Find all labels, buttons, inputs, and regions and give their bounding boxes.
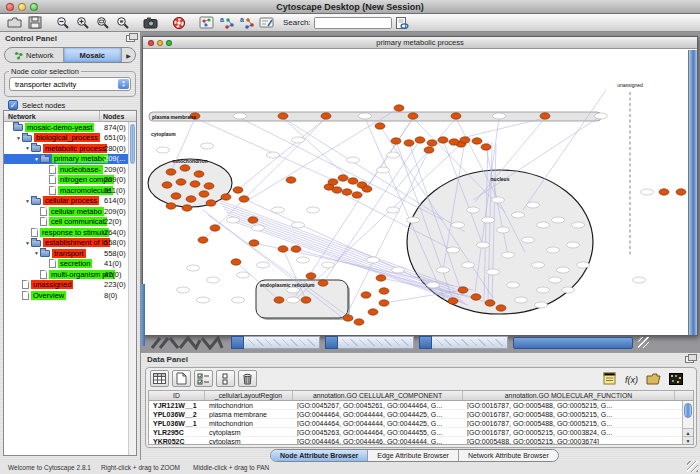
network-node-selected-color[interactable]	[460, 137, 470, 143]
network-node[interactable]	[367, 257, 380, 263]
network-node[interactable]	[187, 265, 200, 271]
network-node-selected-color[interactable]	[321, 113, 331, 119]
tree-row[interactable]: nitrogen compo209(0)	[4, 175, 128, 186]
table-scrollbar-thumb[interactable]	[684, 403, 692, 418]
network-node-selected-color[interactable]	[481, 144, 491, 150]
network-node[interactable]	[377, 167, 390, 173]
network-node-selected-color[interactable]	[391, 138, 401, 144]
scroll-down-icon[interactable]: ▼	[683, 436, 693, 444]
network-node[interactable]	[567, 242, 580, 248]
table-row[interactable]: YPL036W__1mitochondrion[GO:0044464, GO:0…	[149, 419, 693, 428]
network-node[interactable]	[232, 297, 245, 303]
network-node-selected-color[interactable]	[301, 297, 311, 303]
network-node[interactable]	[267, 152, 280, 158]
network-node-selected-color[interactable]	[180, 165, 190, 171]
network-node-selected-color[interactable]	[448, 298, 458, 304]
network-node[interactable]	[497, 227, 510, 233]
network-node[interactable]	[515, 297, 528, 303]
close-button[interactable]	[6, 3, 14, 11]
tree-row[interactable]: multi-organism pro42(0)	[4, 269, 128, 280]
network-node[interactable]	[307, 207, 320, 213]
table-row[interactable]: YPL036W__2plasma membrane[GO:0044464, GO…	[149, 410, 693, 419]
network-view-titlebar[interactable]: primary metabolic process	[143, 37, 697, 49]
minimized-window-bar[interactable]	[231, 336, 320, 349]
network-node-selected-color[interactable]	[249, 240, 259, 246]
view-minimize-button[interactable]	[157, 40, 163, 46]
network-canvas[interactable]: plasma membranecytoplasmmitochondrionnuc…	[143, 50, 688, 335]
network-node-selected-color[interactable]	[343, 315, 353, 321]
network-node-selected-color[interactable]	[186, 196, 196, 202]
tree-expander-icon[interactable]: ▼	[33, 250, 40, 256]
network-node[interactable]	[452, 222, 465, 228]
node-attribute-map-icon-2[interactable]: a	[237, 15, 256, 31]
network-node[interactable]	[207, 277, 220, 283]
tree-expander-icon[interactable]: ▼	[33, 156, 40, 162]
network-node-selected-color[interactable]	[375, 123, 385, 129]
zoom-out-icon[interactable]	[53, 15, 72, 31]
network-node-selected-color[interactable]	[471, 294, 481, 300]
network-node[interactable]	[535, 302, 548, 308]
network-node-selected-color[interactable]	[190, 181, 200, 187]
network-node-selected-color[interactable]	[659, 189, 669, 195]
tree-row[interactable]: ▼transport558(0)	[4, 248, 128, 259]
network-node[interactable]	[482, 217, 495, 223]
zoom-button[interactable]	[30, 3, 38, 11]
network-node[interactable]	[287, 297, 300, 303]
float-panel-icon[interactable]	[126, 35, 135, 42]
help-icon[interactable]	[169, 15, 188, 31]
tree-row[interactable]: ▼establishment of lo558(0)	[4, 238, 128, 249]
network-node-selected-color[interactable]	[194, 171, 204, 177]
tree-row[interactable]: ▼primary metabo209(...	[4, 154, 128, 165]
tree-row[interactable]: cellular metabo209(0)	[4, 206, 128, 217]
combo-stepper-icon[interactable]: ▲▼	[118, 79, 129, 89]
vizmapper-edit-icon[interactable]	[257, 15, 276, 31]
tree-row[interactable]: response to stimulu264(0)	[4, 227, 128, 238]
network-node[interactable]	[557, 267, 570, 273]
network-node-selected-color[interactable]	[427, 140, 437, 146]
network-node-selected-color[interactable]	[449, 139, 459, 145]
network-node-selected-color[interactable]	[361, 292, 371, 298]
tree-row[interactable]: ▼biological_process651(0)	[4, 133, 128, 144]
formula-builder-icon[interactable]: f(x)	[623, 371, 640, 386]
network-node-selected-color[interactable]	[424, 147, 434, 153]
network-node-selected-color[interactable]	[278, 246, 288, 252]
network-node-selected-color[interactable]	[198, 237, 208, 243]
network-node-selected-color[interactable]	[291, 246, 301, 252]
open-session-icon[interactable]	[5, 15, 24, 31]
network-node[interactable]	[552, 217, 565, 223]
tree-row[interactable]: mosaic-demo-yeast874(0)	[4, 122, 128, 133]
tree-column-network[interactable]: Network	[4, 111, 100, 121]
network-node-selected-color[interactable]	[379, 288, 389, 294]
network-node-selected-color[interactable]	[248, 217, 258, 223]
network-node-selected-color[interactable]	[166, 169, 176, 175]
network-node-selected-color[interactable]	[472, 138, 482, 144]
network-node-selected-color[interactable]	[352, 192, 362, 198]
search-input[interactable]	[315, 18, 392, 28]
table-column-header[interactable]: annotation.GO CELLULAR_COMPONENT	[293, 391, 463, 400]
network-node-selected-color[interactable]	[676, 189, 686, 195]
network-node-selected-color[interactable]	[199, 191, 209, 197]
network-node-selected-color[interactable]	[362, 186, 372, 192]
network-node[interactable]	[347, 157, 360, 163]
network-node-selected-color[interactable]	[166, 203, 176, 209]
view-zoom-button[interactable]	[166, 40, 172, 46]
network-node-selected-color[interactable]	[376, 275, 386, 281]
network-node[interactable]	[252, 225, 265, 231]
zoom-selected-icon[interactable]	[93, 15, 112, 31]
network-node[interactable]	[572, 222, 585, 228]
scroll-up-icon[interactable]: ▲	[683, 428, 693, 436]
network-node-selected-color[interactable]	[306, 273, 316, 279]
network-node-selected-color[interactable]	[354, 319, 364, 325]
network-node-selected-color[interactable]	[162, 182, 172, 188]
network-node-selected-color[interactable]	[233, 187, 243, 193]
tree-row[interactable]: nucleobase-209(0)	[4, 164, 128, 175]
network-node-selected-color[interactable]	[379, 300, 389, 306]
table-row[interactable]: YJR121W__1mitochondrion[GO:0045267, GO:0…	[149, 401, 693, 410]
network-node[interactable]	[462, 262, 475, 268]
minimized-window-bar-collapsed[interactable]	[513, 337, 633, 349]
network-node-selected-color[interactable]	[342, 189, 352, 195]
tree-expander-icon[interactable]: ▼	[24, 145, 31, 151]
tree-row[interactable]: macromolecule311(0)	[4, 185, 128, 196]
network-node[interactable]	[562, 287, 575, 293]
network-canvas-svg[interactable]: plasma membranecytoplasmmitochondrionnuc…	[143, 50, 688, 335]
